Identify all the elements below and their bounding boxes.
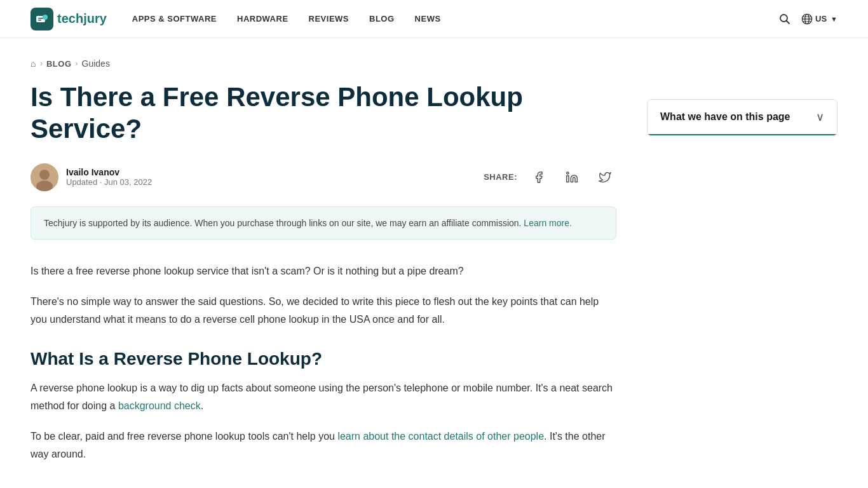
nav-hardware[interactable]: HARDWARE bbox=[237, 14, 288, 24]
header-right: US ▼ bbox=[778, 13, 837, 25]
nav-blog[interactable]: BLOG bbox=[369, 14, 395, 24]
logo-link[interactable]: techjury bbox=[31, 8, 107, 30]
svg-rect-3 bbox=[38, 20, 41, 21]
contact-details-link[interactable]: learn about the contact details of other… bbox=[337, 431, 544, 442]
content-layout: Is There a Free Reverse Phone Lookup Ser… bbox=[31, 81, 837, 476]
author-details: Ivailo Ivanov Updated · Jun 03, 2022 bbox=[66, 167, 152, 187]
author-row: Ivailo Ivanov Updated · Jun 03, 2022 SHA… bbox=[31, 163, 616, 191]
search-button[interactable] bbox=[778, 13, 791, 25]
sidebar: What we have on this page ∨ bbox=[647, 99, 837, 136]
globe-icon bbox=[801, 13, 813, 25]
main-content: Is There a Free Reverse Phone Lookup Ser… bbox=[31, 81, 616, 476]
disclaimer-box: Techjury is supported by its audience. W… bbox=[31, 207, 616, 240]
article-body: Is there a free reverse phone lookup ser… bbox=[31, 262, 616, 463]
logo-icon bbox=[31, 8, 53, 30]
avatar-image bbox=[31, 163, 58, 191]
linkedin-share-button[interactable] bbox=[560, 166, 583, 189]
breadcrumb-sep-2: › bbox=[76, 59, 78, 68]
toc-chevron-icon: ∨ bbox=[816, 110, 824, 124]
article-intro-p1: Is there a free reverse phone lookup ser… bbox=[31, 262, 616, 280]
region-chevron-icon: ▼ bbox=[831, 15, 837, 23]
article-section1-p1: A reverse phone lookup is a way to dig u… bbox=[31, 379, 616, 415]
article-section1-p2: To be clear, paid and free reverse phone… bbox=[31, 428, 616, 463]
site-header: techjury APPS & SOFTWARE HARDWARE REVIEW… bbox=[0, 0, 868, 38]
toc-title: What we have on this page bbox=[660, 111, 790, 123]
svg-rect-2 bbox=[38, 18, 43, 19]
share-label: SHARE: bbox=[484, 172, 517, 182]
facebook-icon bbox=[532, 171, 545, 184]
svg-point-15 bbox=[567, 172, 569, 173]
avatar bbox=[31, 163, 58, 191]
section1-heading: What Is a Reverse Phone Lookup? bbox=[31, 349, 616, 369]
nav-news[interactable]: NEWS bbox=[415, 14, 441, 24]
twitter-icon bbox=[599, 171, 611, 184]
article-title: Is There a Free Reverse Phone Lookup Ser… bbox=[31, 81, 616, 146]
breadcrumb-blog-link[interactable]: Blog bbox=[46, 59, 72, 69]
twitter-share-button[interactable] bbox=[593, 166, 616, 189]
facebook-share-button[interactable] bbox=[527, 166, 550, 189]
region-selector[interactable]: US ▼ bbox=[801, 13, 837, 25]
share-row: SHARE: bbox=[484, 166, 616, 189]
article-intro-p2: There's no simple way to answer the said… bbox=[31, 293, 616, 329]
toc-header[interactable]: What we have on this page ∨ bbox=[648, 100, 837, 135]
header-left: techjury APPS & SOFTWARE HARDWARE REVIEW… bbox=[31, 8, 441, 30]
svg-line-5 bbox=[787, 20, 790, 24]
breadcrumb-current: Guides bbox=[82, 58, 110, 69]
main-nav: APPS & SOFTWARE HARDWARE REVIEWS BLOG NE… bbox=[132, 14, 441, 24]
svg-rect-14 bbox=[567, 175, 569, 182]
disclaimer-text: Techjury is supported by its audience. W… bbox=[44, 218, 521, 228]
svg-point-1 bbox=[43, 15, 48, 20]
breadcrumb: ⌂ › Blog › Guides bbox=[31, 38, 837, 81]
page-container: ⌂ › Blog › Guides Is There a Free Revers… bbox=[0, 38, 868, 476]
home-icon: ⌂ bbox=[31, 58, 36, 69]
breadcrumb-home-link[interactable]: ⌂ bbox=[31, 58, 36, 69]
search-icon bbox=[778, 13, 791, 25]
author-name: Ivailo Ivanov bbox=[66, 167, 152, 177]
logo-text: techjury bbox=[57, 11, 107, 26]
nav-apps-software[interactable]: APPS & SOFTWARE bbox=[132, 14, 217, 24]
author-info: Ivailo Ivanov Updated · Jun 03, 2022 bbox=[31, 163, 152, 191]
author-date: Updated · Jun 03, 2022 bbox=[66, 177, 152, 187]
region-label: US bbox=[815, 14, 827, 24]
background-check-link[interactable]: background check bbox=[118, 400, 201, 411]
disclaimer-learn-more-link[interactable]: Learn more. bbox=[524, 218, 571, 228]
nav-reviews[interactable]: REVIEWS bbox=[309, 14, 349, 24]
breadcrumb-sep-1: › bbox=[40, 59, 43, 68]
linkedin-icon bbox=[566, 171, 578, 184]
svg-point-12 bbox=[39, 170, 50, 180]
toc-box: What we have on this page ∨ bbox=[647, 99, 837, 136]
